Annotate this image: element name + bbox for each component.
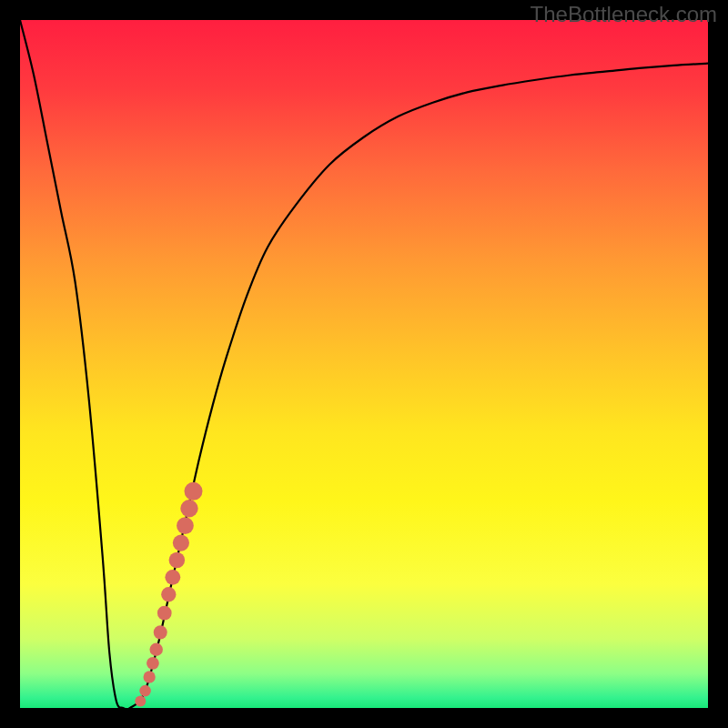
chart-curve-layer xyxy=(20,20,708,708)
marker-dot xyxy=(165,570,180,585)
marker-dot xyxy=(177,517,194,534)
marker-dot xyxy=(185,482,203,500)
marker-dot xyxy=(135,695,146,706)
marker-dot xyxy=(149,643,162,656)
marker-dot xyxy=(144,671,156,682)
marker-dot xyxy=(180,500,197,517)
marker-dot xyxy=(161,587,176,602)
bottleneck-curve xyxy=(20,20,708,708)
marker-dot xyxy=(169,552,186,569)
marker-dot xyxy=(173,534,189,551)
highlight-markers xyxy=(135,482,202,707)
watermark-text: TheBottleneck.com xyxy=(531,2,717,27)
marker-dot xyxy=(157,606,172,621)
marker-dot xyxy=(154,625,167,639)
marker-dot xyxy=(139,685,151,697)
chart-plot-area xyxy=(20,20,708,708)
marker-dot xyxy=(147,657,159,670)
